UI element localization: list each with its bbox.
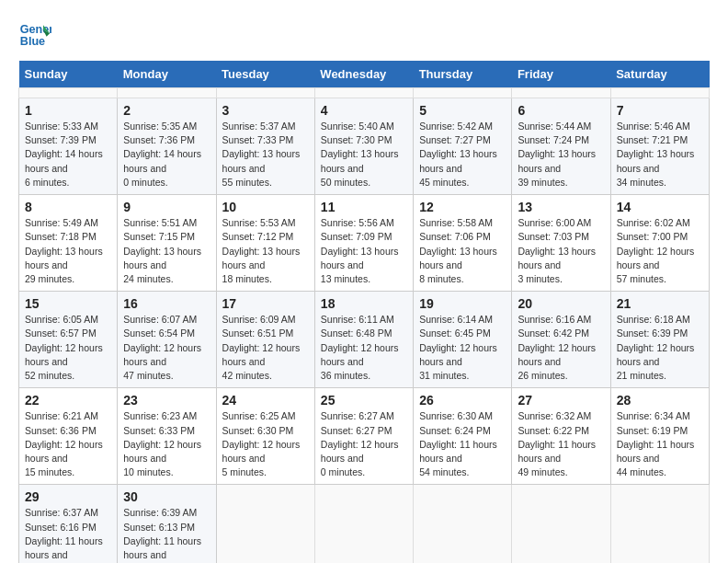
day-info: Sunrise: 6:23 AMSunset: 6:33 PMDaylight:… xyxy=(123,409,210,479)
calendar-cell: 6Sunrise: 5:44 AMSunset: 7:24 PMDaylight… xyxy=(512,98,610,195)
day-info: Sunrise: 6:30 AMSunset: 6:24 PMDaylight:… xyxy=(419,409,506,479)
day-number: 17 xyxy=(222,296,309,311)
calendar-cell: 15Sunrise: 6:05 AMSunset: 6:57 PMDayligh… xyxy=(19,292,118,388)
day-info: Sunrise: 5:33 AMSunset: 7:39 PMDaylight:… xyxy=(25,120,111,190)
day-number: 6 xyxy=(518,103,604,118)
calendar-cell: 17Sunrise: 6:09 AMSunset: 6:51 PMDayligh… xyxy=(216,292,314,388)
calendar-cell: 1Sunrise: 5:33 AMSunset: 7:39 PMDaylight… xyxy=(19,98,118,195)
calendar-cell xyxy=(512,88,610,98)
day-number: 19 xyxy=(419,296,506,311)
calendar-cell xyxy=(414,485,512,563)
svg-text:Blue: Blue xyxy=(20,35,45,48)
day-info: Sunrise: 6:34 AMSunset: 6:19 PMDaylight:… xyxy=(617,409,703,479)
calendar-cell: 16Sunrise: 6:07 AMSunset: 6:54 PMDayligh… xyxy=(118,292,216,388)
day-number: 8 xyxy=(25,200,111,214)
day-number: 11 xyxy=(321,200,407,214)
calendar-week-row xyxy=(19,88,710,98)
day-info: Sunrise: 6:39 AMSunset: 6:13 PMDaylight:… xyxy=(123,506,210,563)
day-info: Sunrise: 5:56 AMSunset: 7:09 PMDaylight:… xyxy=(321,216,407,286)
column-header-monday: Monday xyxy=(118,61,216,88)
day-number: 24 xyxy=(222,393,309,408)
day-info: Sunrise: 5:42 AMSunset: 7:27 PMDaylight:… xyxy=(419,120,506,190)
calendar-cell: 11Sunrise: 5:56 AMSunset: 7:09 PMDayligh… xyxy=(314,195,413,292)
calendar-cell xyxy=(314,88,413,98)
column-header-tuesday: Tuesday xyxy=(216,61,314,88)
column-header-thursday: Thursday xyxy=(414,61,512,88)
calendar-cell: 28Sunrise: 6:34 AMSunset: 6:19 PMDayligh… xyxy=(610,388,709,485)
day-number: 3 xyxy=(222,103,309,118)
day-number: 29 xyxy=(25,489,111,504)
calendar-cell: 26Sunrise: 6:30 AMSunset: 6:24 PMDayligh… xyxy=(414,388,512,485)
day-info: Sunrise: 5:44 AMSunset: 7:24 PMDaylight:… xyxy=(518,120,604,190)
calendar-cell xyxy=(414,88,512,98)
calendar-cell: 9Sunrise: 5:51 AMSunset: 7:15 PMDaylight… xyxy=(118,195,216,292)
day-number: 9 xyxy=(123,200,210,214)
column-header-saturday: Saturday xyxy=(610,61,709,88)
day-number: 13 xyxy=(518,200,604,214)
day-info: Sunrise: 6:25 AMSunset: 6:30 PMDaylight:… xyxy=(222,409,309,479)
day-number: 5 xyxy=(419,103,506,118)
calendar-cell: 25Sunrise: 6:27 AMSunset: 6:27 PMDayligh… xyxy=(314,388,413,485)
day-info: Sunrise: 6:27 AMSunset: 6:27 PMDaylight:… xyxy=(321,409,407,479)
calendar-cell: 30Sunrise: 6:39 AMSunset: 6:13 PMDayligh… xyxy=(118,485,216,563)
day-number: 18 xyxy=(321,296,407,311)
calendar-week-row: 1Sunrise: 5:33 AMSunset: 7:39 PMDaylight… xyxy=(19,98,710,195)
day-number: 16 xyxy=(123,296,210,311)
day-number: 4 xyxy=(321,103,407,118)
calendar-cell: 27Sunrise: 6:32 AMSunset: 6:22 PMDayligh… xyxy=(512,388,610,485)
day-number: 15 xyxy=(25,296,111,311)
day-info: Sunrise: 5:40 AMSunset: 7:30 PMDaylight:… xyxy=(321,120,407,190)
column-header-friday: Friday xyxy=(512,61,610,88)
day-info: Sunrise: 6:07 AMSunset: 6:54 PMDaylight:… xyxy=(123,313,210,383)
column-header-wednesday: Wednesday xyxy=(314,61,413,88)
day-info: Sunrise: 5:46 AMSunset: 7:21 PMDaylight:… xyxy=(617,120,703,190)
day-number: 12 xyxy=(419,200,506,214)
day-number: 25 xyxy=(321,393,407,408)
calendar-week-row: 8Sunrise: 5:49 AMSunset: 7:18 PMDaylight… xyxy=(19,195,710,292)
calendar-cell: 23Sunrise: 6:23 AMSunset: 6:33 PMDayligh… xyxy=(118,388,216,485)
calendar-cell: 24Sunrise: 6:25 AMSunset: 6:30 PMDayligh… xyxy=(216,388,314,485)
day-info: Sunrise: 6:05 AMSunset: 6:57 PMDaylight:… xyxy=(25,313,111,383)
calendar-cell: 21Sunrise: 6:18 AMSunset: 6:39 PMDayligh… xyxy=(610,292,709,388)
calendar-cell xyxy=(314,485,413,563)
calendar-cell: 20Sunrise: 6:16 AMSunset: 6:42 PMDayligh… xyxy=(512,292,610,388)
calendar-cell xyxy=(610,88,709,98)
day-number: 10 xyxy=(222,200,309,214)
calendar-cell: 10Sunrise: 5:53 AMSunset: 7:12 PMDayligh… xyxy=(216,195,314,292)
calendar-week-row: 15Sunrise: 6:05 AMSunset: 6:57 PMDayligh… xyxy=(19,292,710,388)
calendar-cell: 18Sunrise: 6:11 AMSunset: 6:48 PMDayligh… xyxy=(314,292,413,388)
calendar-cell: 5Sunrise: 5:42 AMSunset: 7:27 PMDaylight… xyxy=(414,98,512,195)
logo: General Blue xyxy=(18,18,55,52)
day-number: 27 xyxy=(518,393,604,408)
day-info: Sunrise: 6:21 AMSunset: 6:36 PMDaylight:… xyxy=(25,409,111,479)
calendar-cell xyxy=(216,88,314,98)
calendar-cell xyxy=(216,485,314,563)
calendar-cell: 14Sunrise: 6:02 AMSunset: 7:00 PMDayligh… xyxy=(610,195,709,292)
day-number: 28 xyxy=(617,393,703,408)
calendar-cell: 3Sunrise: 5:37 AMSunset: 7:33 PMDaylight… xyxy=(216,98,314,195)
calendar-cell: 12Sunrise: 5:58 AMSunset: 7:06 PMDayligh… xyxy=(414,195,512,292)
day-number: 2 xyxy=(123,103,210,118)
day-number: 7 xyxy=(617,103,703,118)
calendar-cell xyxy=(19,88,118,98)
day-number: 20 xyxy=(518,296,604,311)
day-info: Sunrise: 6:09 AMSunset: 6:51 PMDaylight:… xyxy=(222,313,309,383)
calendar-cell: 8Sunrise: 5:49 AMSunset: 7:18 PMDaylight… xyxy=(19,195,118,292)
day-number: 21 xyxy=(617,296,703,311)
calendar-week-row: 22Sunrise: 6:21 AMSunset: 6:36 PMDayligh… xyxy=(19,388,710,485)
column-header-sunday: Sunday xyxy=(19,61,118,88)
calendar-cell: 22Sunrise: 6:21 AMSunset: 6:36 PMDayligh… xyxy=(19,388,118,485)
calendar-cell: 2Sunrise: 5:35 AMSunset: 7:36 PMDaylight… xyxy=(118,98,216,195)
day-info: Sunrise: 5:58 AMSunset: 7:06 PMDaylight:… xyxy=(419,216,506,286)
day-info: Sunrise: 5:49 AMSunset: 7:18 PMDaylight:… xyxy=(25,216,111,286)
day-info: Sunrise: 6:02 AMSunset: 7:00 PMDaylight:… xyxy=(617,216,703,286)
day-info: Sunrise: 5:37 AMSunset: 7:33 PMDaylight:… xyxy=(222,120,309,190)
calendar-cell xyxy=(512,485,610,563)
logo-icon: General Blue xyxy=(18,18,51,52)
day-info: Sunrise: 5:53 AMSunset: 7:12 PMDaylight:… xyxy=(222,216,309,286)
calendar-cell: 19Sunrise: 6:14 AMSunset: 6:45 PMDayligh… xyxy=(414,292,512,388)
calendar-cell xyxy=(118,88,216,98)
day-info: Sunrise: 6:00 AMSunset: 7:03 PMDaylight:… xyxy=(518,216,604,286)
calendar-cell: 7Sunrise: 5:46 AMSunset: 7:21 PMDaylight… xyxy=(610,98,709,195)
day-info: Sunrise: 6:37 AMSunset: 6:16 PMDaylight:… xyxy=(25,506,111,563)
